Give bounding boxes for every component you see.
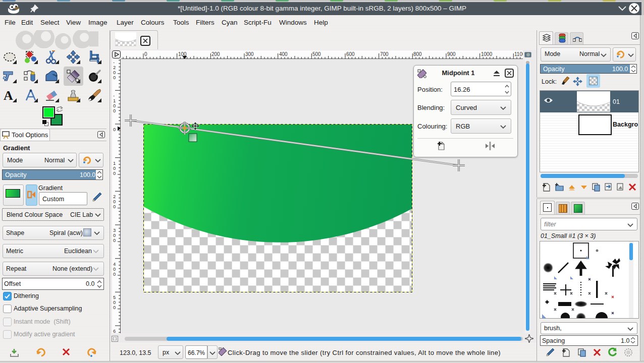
svg-text:A: A: [4, 88, 13, 102]
svg-text:800: 800: [413, 51, 422, 57]
svg-text:0: 0: [144, 51, 147, 57]
svg-text:1000: 1000: [481, 51, 493, 57]
svg-text:0: 0: [113, 108, 116, 113]
svg-text:500: 500: [312, 51, 321, 57]
svg-text:0: 0: [113, 75, 116, 80]
svg-text:300: 300: [245, 51, 254, 57]
svg-text:0: 0: [113, 170, 116, 176]
svg-text:0: 0: [113, 237, 116, 243]
svg-text:600: 600: [346, 51, 355, 57]
svg-text:0: 0: [113, 204, 116, 209]
svg-text:400: 400: [279, 51, 288, 57]
svg-text:1100: 1100: [514, 51, 523, 57]
svg-text:0: 0: [113, 127, 116, 132]
svg-text:6: 6: [113, 328, 116, 333]
svg-text:0: 0: [113, 305, 116, 310]
svg-text:200: 200: [211, 51, 220, 57]
svg-text:900: 900: [447, 51, 456, 57]
svg-text:700: 700: [380, 51, 389, 57]
svg-text:0: 0: [113, 271, 116, 277]
